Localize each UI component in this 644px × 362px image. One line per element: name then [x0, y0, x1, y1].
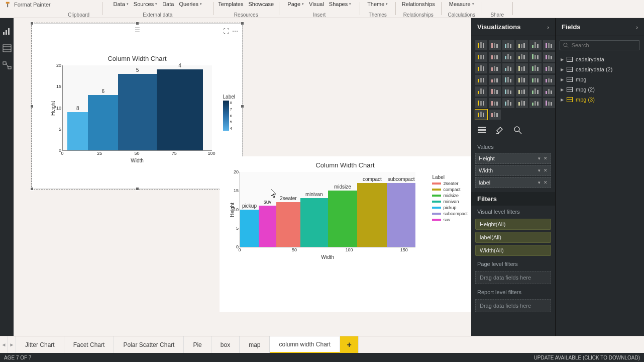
collapse-panel-icon[interactable]: › — [547, 24, 549, 30]
chart-visual-1[interactable]: ☰ ⛶ ⋯ Column Width Chart Height 05101520… — [32, 23, 243, 189]
value-well-height[interactable]: Height▾✕ — [475, 153, 551, 164]
data-view-icon[interactable] — [3, 44, 12, 52]
legend-item[interactable]: compact — [432, 187, 468, 192]
legend-item[interactable]: minivan — [432, 199, 468, 204]
viz-type-8[interactable] — [502, 52, 514, 62]
bar[interactable] — [357, 183, 387, 247]
theme-menu[interactable]: Theme — [367, 1, 388, 7]
viz-type-23[interactable] — [543, 75, 555, 85]
bar[interactable] — [259, 206, 276, 247]
measure-menu[interactable]: Measure — [449, 1, 474, 7]
tabs-next-button[interactable]: ► — [8, 336, 16, 353]
data-button[interactable]: Data — [162, 1, 174, 7]
viz-type-32[interactable] — [502, 98, 514, 108]
legend-item[interactable]: subcompact — [432, 211, 468, 216]
search-input[interactable] — [572, 42, 636, 48]
viz-type-21[interactable] — [516, 75, 528, 85]
more-options-icon[interactable]: ⋯ — [232, 28, 238, 35]
viz-type-28[interactable] — [529, 86, 542, 97]
legend-item[interactable]: pickup — [432, 205, 468, 210]
legend-item[interactable]: midsize — [432, 193, 468, 198]
viz-type-11[interactable] — [543, 52, 555, 62]
legend-item[interactable]: suv — [432, 217, 468, 222]
viz-type-36[interactable] — [475, 110, 487, 120]
chart-visual-2[interactable]: Column Width Chart Height 05101520pickup… — [220, 156, 471, 312]
bar[interactable] — [118, 74, 157, 150]
viz-type-12[interactable] — [475, 63, 487, 73]
page-filter-dropzone[interactable]: Drag data fields here — [475, 271, 551, 284]
format-tab-icon[interactable] — [495, 126, 504, 137]
viz-type-3[interactable] — [516, 40, 528, 50]
showcase-button[interactable]: Showcase — [248, 1, 274, 7]
bar[interactable] — [328, 191, 358, 247]
report-filter-dropzone[interactable]: Drag data fields here — [475, 299, 551, 312]
relationships-button[interactable]: Relationships — [402, 1, 435, 7]
collapse-panel-icon[interactable]: › — [636, 24, 638, 30]
shapes-menu[interactable]: Shapes — [329, 1, 351, 7]
viz-type-37[interactable] — [489, 110, 501, 120]
field-table-cadairydata[interactable]: ▶cadairydata — [556, 54, 644, 64]
viz-type-14[interactable] — [502, 63, 514, 73]
bar[interactable] — [88, 95, 118, 150]
viz-type-31[interactable] — [489, 98, 501, 108]
viz-type-7[interactable] — [489, 52, 501, 62]
format-painter-button[interactable]: Format Painter — [0, 1, 56, 8]
viz-type-24[interactable] — [475, 86, 487, 97]
viz-type-10[interactable] — [529, 52, 542, 62]
value-well-label[interactable]: label▾✕ — [475, 177, 551, 188]
viz-type-34[interactable] — [529, 98, 542, 108]
focus-mode-icon[interactable]: ⛶ — [223, 28, 229, 35]
bar[interactable] — [276, 202, 300, 247]
page-tab[interactable]: Facet Chart — [64, 336, 115, 353]
field-table-cadairydata--2-[interactable]: ▶cadairydata (2) — [556, 64, 644, 74]
page-tab[interactable]: box — [211, 336, 240, 353]
page-menu[interactable]: Page — [287, 1, 304, 7]
bar[interactable] — [300, 198, 328, 247]
viz-type-0[interactable] — [475, 40, 487, 50]
viz-type-33[interactable] — [516, 98, 528, 108]
page-tab[interactable]: map — [240, 336, 270, 353]
bar[interactable] — [67, 112, 88, 150]
field-table-mpg--3-[interactable]: ▶mpg (3) — [556, 95, 644, 105]
viz-type-26[interactable] — [502, 86, 514, 97]
bar[interactable] — [387, 183, 415, 247]
bar[interactable] — [157, 69, 203, 150]
viz-type-25[interactable] — [489, 86, 501, 97]
viz-type-5[interactable] — [543, 40, 555, 50]
visual-button[interactable]: Visual — [309, 1, 324, 7]
filter-item[interactable]: Height(All) — [475, 219, 551, 230]
viz-type-16[interactable] — [529, 63, 542, 73]
viz-type-4[interactable] — [529, 40, 542, 50]
page-tab[interactable]: Jitter Chart — [16, 336, 64, 353]
viz-type-27[interactable] — [516, 86, 528, 97]
data-menu[interactable]: Data — [114, 1, 129, 7]
viz-type-30[interactable] — [475, 98, 487, 108]
viz-type-29[interactable] — [543, 86, 555, 97]
viz-type-19[interactable] — [489, 75, 501, 85]
page-tab[interactable]: Pie — [184, 336, 211, 353]
fields-search[interactable] — [560, 40, 640, 50]
viz-type-20[interactable] — [502, 75, 514, 85]
analytics-tab-icon[interactable] — [513, 126, 522, 137]
page-tab[interactable]: column width Chart — [270, 336, 340, 353]
tabs-prev-button[interactable]: ◄ — [0, 336, 8, 353]
field-table-mpg--2-[interactable]: ▶mpg (2) — [556, 84, 644, 95]
filter-icon[interactable]: ☰ — [135, 27, 140, 34]
field-table-mpg[interactable]: ▶mpg — [556, 74, 644, 84]
page-tab[interactable]: Polar Scatter Chart — [114, 336, 184, 353]
filter-item[interactable]: Width(All) — [475, 245, 551, 256]
viz-type-13[interactable] — [489, 63, 501, 73]
report-view-icon[interactable] — [3, 27, 12, 35]
update-available-link[interactable]: UPDATE AVAILABLE (CLICK TO DOWNLOAD) — [534, 355, 640, 360]
fields-tab-icon[interactable] — [477, 126, 486, 137]
filter-item[interactable]: label(All) — [475, 232, 551, 243]
viz-type-15[interactable] — [516, 63, 528, 73]
viz-type-22[interactable] — [529, 75, 542, 85]
report-canvas[interactable]: ☰ ⛶ ⋯ Column Width Chart Height 05101520… — [14, 18, 471, 336]
viz-type-2[interactable] — [502, 40, 514, 50]
viz-type-35[interactable] — [543, 98, 555, 108]
viz-type-17[interactable] — [543, 63, 555, 73]
viz-type-1[interactable] — [489, 40, 501, 50]
queries-menu[interactable]: Queries — [179, 1, 202, 7]
viz-type-18[interactable] — [475, 75, 487, 85]
